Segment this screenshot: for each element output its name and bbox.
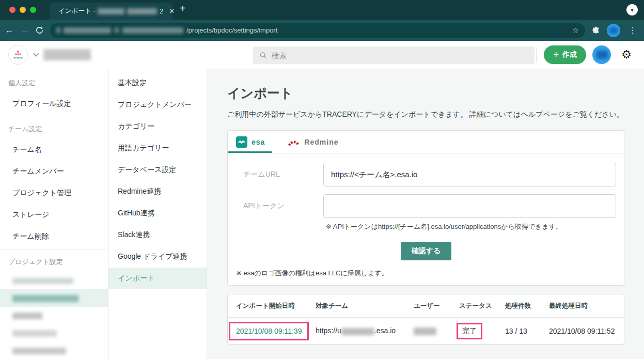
api-token-label: APIトークン [236,201,323,211]
team-url-label: チームURL [236,170,323,179]
esa-logo-icon [236,136,247,148]
blurred-project-item-selected[interactable] [0,289,108,307]
blurred-tab-text [98,8,124,14]
tab-title: インポート - 2 [58,7,163,15]
tab-search-button[interactable]: ▾ [626,4,638,15]
extensions-puzzle-icon[interactable] [591,26,601,35]
maximize-window-button[interactable] [30,7,36,13]
status-value: 完了 [462,326,477,336]
blurred-team-url [341,328,374,335]
create-button[interactable]: + 作成 [544,45,586,64]
blurred-tab-text [127,8,157,14]
sidebar-item-google-drive-integration[interactable]: Google ドライブ連携 [108,246,207,268]
api-token-note: ※ APIトークンはhttps://[チーム名].esa.io/user/app… [326,222,616,231]
sidebar-item-import[interactable]: インポート [108,268,207,289]
browser-profile-avatar[interactable] [607,24,620,37]
redmine-logo-icon [288,138,300,146]
tracery-logo[interactable] [8,45,28,65]
blurred-url-text [64,27,111,34]
import-start-link[interactable]: 2021/10/08 09:11:39 [236,327,302,335]
sidebar-item-team-members[interactable]: チームメンバー [0,161,108,182]
back-button[interactable]: ← [5,25,14,36]
main-content: インポート ご利用中の外部サービスからTRACERYにデータをインポートできます… [207,69,644,359]
annotation-box-start-time: 2021/10/08 09:11:39 [229,322,309,340]
blurred-avatar [596,51,608,59]
col-end-time: 最終処理日時 [549,302,624,310]
minimize-window-button[interactable] [20,7,26,13]
sidebar-item-term-categories[interactable]: 用語カテゴリー [108,137,207,159]
sidebar-item-database-settings[interactable]: データベース設定 [108,159,207,181]
target-team-cell: https://u.esa.io [316,326,414,335]
tab-close-icon[interactable]: ✕ [169,7,175,15]
blurred-url-text [56,27,60,33]
blurred-project-item[interactable] [0,342,108,359]
sidebar-item-project-management[interactable]: プロジェクト管理 [0,182,108,204]
api-token-input[interactable] [323,194,616,218]
sidebar-item-team-name[interactable]: チーム名 [0,139,108,161]
forward-button[interactable]: → [20,25,29,36]
plus-icon: + [553,50,559,60]
project-settings-sidebar: 基本設定 プロジェクトメンバー カテゴリー 用語カテゴリー データベース設定 R… [108,69,207,359]
end-time-cell: 2021/10/08 09:11:52 [549,327,624,335]
import-history-panel: インポート開始日時 対象チーム ユーザー ステータス 処理件数 最終処理日時 2… [227,294,624,345]
count-cell: 13 / 13 [505,327,549,335]
search-input[interactable] [271,51,528,60]
tab-redmine-label: Redmine [304,138,338,146]
section-team-settings: チーム設定 [0,117,108,139]
blurred-avatar [609,27,618,34]
user-cell [414,326,459,335]
new-tab-button[interactable]: + [180,3,186,14]
blurred-team-name [43,49,91,60]
browser-tab[interactable]: インポート - 2 ✕ [50,3,172,20]
sidebar-item-project-members[interactable]: プロジェクトメンバー [108,94,207,116]
sidebar-item-categories[interactable]: カテゴリー [108,116,207,137]
sidebar-item-github-integration[interactable]: GitHub連携 [108,202,207,224]
blurred-url-text [114,27,119,33]
tracery-logo-icon [12,49,24,60]
page-title: インポート [227,85,624,102]
col-target-team: 対象チーム [316,302,414,310]
sidebar-item-storage[interactable]: ストレージ [0,204,108,226]
user-avatar[interactable] [592,45,611,64]
col-start-time: インポート開始日時 [236,302,316,310]
blurred-project-item[interactable] [0,272,108,289]
close-window-button[interactable] [9,7,15,13]
header-divider [536,47,537,63]
col-count: 処理件数 [505,302,549,310]
browser-menu-icon[interactable]: ⋮ [626,25,639,35]
sidebar-item-redmine-integration[interactable]: Redmine連携 [108,181,207,202]
team-url-input[interactable] [323,163,616,186]
annotation-box-status: 完了 [457,323,482,339]
url-bar[interactable]: /projects/bpdoc/settings/import ☆ [50,23,585,38]
sidebar-item-basic-settings[interactable]: 基本設定 [108,72,207,94]
sidebar-item-slack-integration[interactable]: Slack連携 [108,224,207,246]
bookmark-star-icon[interactable]: ☆ [572,26,579,35]
tab-esa-label: esa [252,138,265,146]
page-description: ご利用中の外部サービスからTRACERYにデータをインポートできます。 詳細につ… [227,110,624,119]
confirm-button[interactable]: 確認する [401,242,452,260]
blurred-url-text [122,27,183,34]
esa-logo-note: ※ esaのロゴ画像の権利はesa LLCに帰属します。 [236,269,616,278]
browser-toolbar: ← → /projects/bpdoc/settings/import ☆ ⋮ [0,20,644,41]
settings-gear-icon[interactable]: ⚙ [617,45,636,64]
browser-tab-strip: インポート - 2 ✕ + ▾ [0,0,644,20]
esa-import-form: チームURL APIトークン ※ APIトークンはhttps://[チーム名].… [228,153,624,285]
tab-redmine[interactable]: Redmine [279,131,345,153]
reload-button[interactable] [35,26,44,35]
settings-sidebar: 個人設定 プロフィール設定 チーム設定 チーム名 チームメンバー プロジェクト管… [0,69,108,359]
blurred-project-item[interactable] [0,307,108,324]
col-status: ステータス [459,302,505,310]
app-header: + 作成 ⚙ [0,41,644,69]
sidebar-item-team-delete[interactable]: チーム削除 [0,226,108,247]
service-tabbar: esa Redmine [228,131,624,153]
section-personal-settings: 個人設定 [0,71,108,93]
import-panel: esa Redmine チームURL APIトークン [227,130,624,286]
window-controls[interactable] [9,7,36,13]
table-header-row: インポート開始日時 対象チーム ユーザー ステータス 処理件数 最終処理日時 [228,294,624,318]
chevron-down-icon[interactable] [33,51,39,56]
global-search[interactable] [253,46,535,64]
blurred-project-item[interactable] [0,324,108,342]
tab-esa[interactable]: esa [228,131,272,153]
blurred-user-name [414,327,436,335]
sidebar-item-profile-settings[interactable]: プロフィール設定 [0,93,108,115]
